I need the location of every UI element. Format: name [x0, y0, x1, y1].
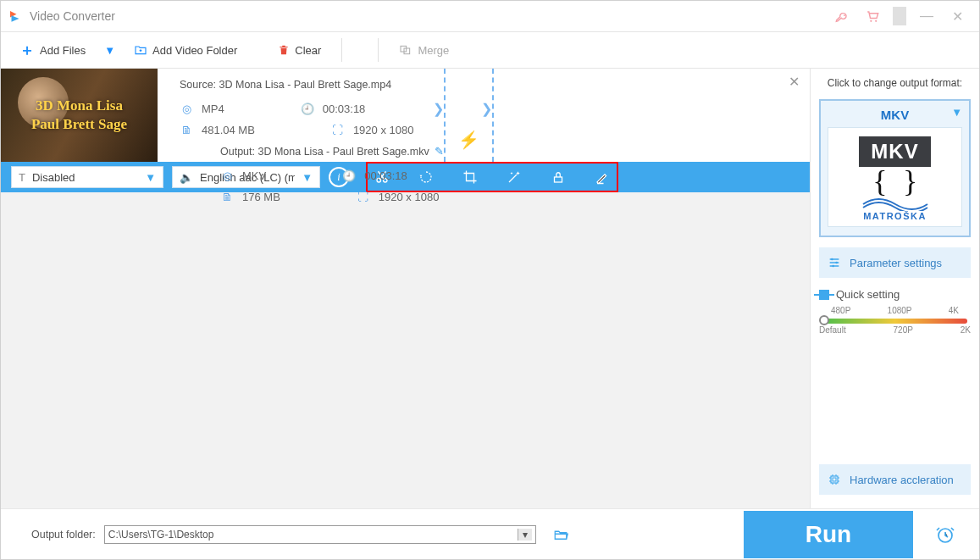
output-resolution: 1920 x 1080	[379, 191, 440, 203]
add-files-dropdown[interactable]: ▼	[96, 44, 124, 57]
merge-icon	[399, 43, 412, 57]
clock-icon: 🕘	[342, 169, 356, 182]
svg-rect-11	[831, 476, 838, 483]
svg-rect-4	[404, 48, 410, 54]
subtitle-icon: T	[19, 171, 25, 184]
subtitle-dropdown[interactable]: T Disabled ▼	[11, 166, 163, 188]
quick-setting-section: Quick setting 480P 1080P 4K Default 720P…	[819, 288, 971, 335]
run-button[interactable]: Run	[744, 511, 913, 558]
format-logo: MKV {{ MATROŠKA	[828, 127, 962, 227]
left-panel: 3D Mona Lisa Paul Brett Sage ❯ ❯ ⚡ ✕ Sou…	[1, 69, 810, 508]
add-video-folder-button[interactable]: Add Video Folder	[124, 38, 247, 62]
svg-rect-12	[833, 478, 836, 481]
output-format-selector[interactable]: MKV ▼ MKV {{ MATROŠKA	[819, 99, 971, 237]
svg-point-8	[831, 258, 833, 261]
source-filename: Source: 3D Mona Lisa - Paul Brett Sage.m…	[180, 79, 493, 91]
svg-rect-7	[555, 177, 562, 182]
clear-button[interactable]: Clear	[268, 38, 331, 62]
svg-point-9	[835, 262, 838, 264]
source-resolution: 1920 x 1080	[353, 124, 414, 136]
output-format: MKV	[242, 169, 266, 182]
minimize-button[interactable]: —	[911, 1, 942, 31]
app-title: Video Converter	[30, 9, 115, 23]
folder-plus-icon	[134, 43, 147, 57]
chevron-right-icon: ❯	[481, 101, 492, 117]
schedule-alarm-icon[interactable]	[935, 524, 955, 545]
disc-icon: ◎	[180, 103, 193, 115]
right-panel: Click to change output format: MKV ▼ MKV…	[810, 69, 979, 508]
source-duration: 00:03:18	[323, 103, 366, 115]
thumb-title-2: Paul Brett Sage	[31, 115, 127, 134]
file-list-empty-area	[1, 192, 810, 508]
trash-icon	[278, 43, 290, 57]
lightning-icon: ⚡	[458, 130, 479, 150]
subtitle-tool-icon[interactable]	[593, 168, 612, 186]
folder-dropdown-arrow[interactable]: ▾	[518, 529, 532, 541]
output-filename: Output: 3D Mona Lisa - Paul Brett Sage.m…	[220, 146, 429, 158]
footer-bar: Output folder: C:\Users\TG-1\Desktop ▾ R…	[1, 508, 979, 559]
cart-icon[interactable]	[857, 1, 888, 31]
main-toolbar: ＋ Add Files ▼ Add Video Folder Clear Mer…	[1, 31, 979, 69]
svg-rect-3	[401, 46, 407, 52]
plus-icon: ＋	[19, 40, 35, 60]
main-area: 3D Mona Lisa Paul Brett Sage ❯ ❯ ⚡ ✕ Sou…	[1, 69, 979, 508]
svg-point-2	[875, 20, 877, 22]
clock-icon: 🕘	[301, 103, 314, 115]
sliders-icon	[828, 256, 841, 269]
parameter-settings-button[interactable]: Parameter settings	[819, 247, 971, 278]
watermark-tool-icon[interactable]	[549, 168, 568, 186]
merge-button: Merge	[389, 38, 459, 62]
disc-icon: ◎	[220, 169, 234, 182]
change-format-label: Click to change output format:	[819, 77, 971, 89]
output-folder-label: Output folder:	[31, 529, 96, 541]
chip-icon	[828, 473, 841, 486]
add-files-button[interactable]: ＋ Add Files	[9, 35, 96, 65]
svg-point-10	[832, 265, 834, 268]
resolution-icon: ⛶	[331, 124, 345, 136]
chevron-down-icon[interactable]: ▼	[951, 106, 962, 119]
chevron-down-icon: ▼	[145, 171, 156, 184]
remove-file-button[interactable]: ✕	[789, 74, 800, 90]
resolution-icon: ⛶	[357, 191, 370, 203]
video-thumbnail[interactable]: 3D Mona Lisa Paul Brett Sage	[1, 69, 158, 162]
quality-slider[interactable]: 480P 1080P 4K Default 720P 2K	[819, 306, 971, 335]
source-format: MP4	[202, 103, 224, 115]
file-row[interactable]: 3D Mona Lisa Paul Brett Sage ❯ ❯ ⚡ ✕ Sou…	[1, 69, 810, 162]
app-logo-icon	[8, 8, 23, 24]
format-name: MKV	[828, 108, 962, 122]
output-folder-input[interactable]: C:\Users\TG-1\Desktop ▾	[104, 525, 536, 544]
chevron-right-icon: ❯	[433, 101, 444, 117]
output-duration: 00:03:18	[364, 169, 407, 182]
open-folder-icon[interactable]	[551, 527, 570, 542]
close-button[interactable]: ✕	[942, 1, 972, 31]
file-info: ❯ ❯ ⚡ ✕ Source: 3D Mona Lisa - Paul Bret…	[158, 69, 810, 162]
register-key-icon[interactable]	[827, 1, 857, 31]
thumb-title-1: 3D Mona Lisa	[31, 97, 127, 115]
slider-knob[interactable]	[819, 315, 829, 325]
title-bar: Video Converter — ✕	[1, 1, 979, 31]
quick-setting-icon	[819, 290, 829, 300]
file-icon: 🗎	[180, 124, 193, 136]
source-size: 481.04 MB	[202, 124, 255, 136]
output-size: 176 MB	[242, 191, 280, 203]
svg-point-0	[844, 14, 845, 16]
file-icon: 🗎	[220, 191, 234, 203]
hardware-acceleration-button[interactable]: Hardware accleration	[819, 464, 971, 495]
svg-point-1	[870, 20, 872, 22]
edit-output-name-icon[interactable]: ✎	[435, 146, 444, 158]
